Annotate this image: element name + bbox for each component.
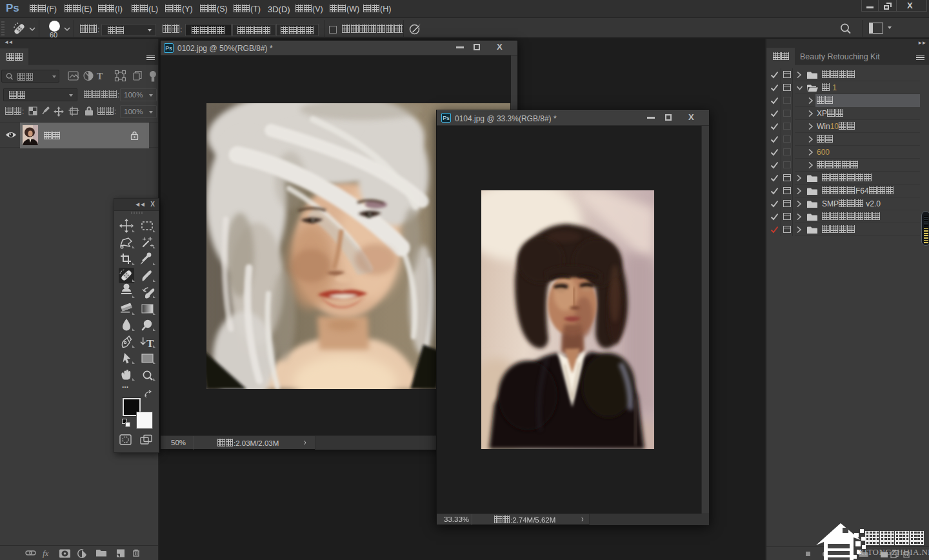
svg-text:T: T — [146, 337, 154, 350]
svg-text:T: T — [97, 72, 103, 81]
svg-text:fx: fx — [43, 548, 49, 558]
